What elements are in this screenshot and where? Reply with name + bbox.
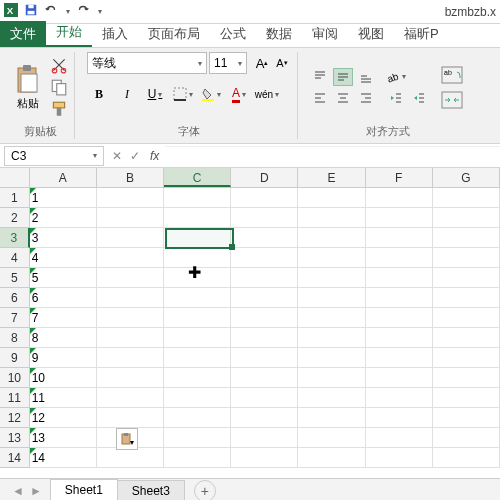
increase-indent-icon[interactable] <box>409 89 429 107</box>
orientation-icon[interactable]: ab▾ <box>386 68 406 86</box>
cell[interactable] <box>366 368 433 388</box>
tab-layout[interactable]: 页面布局 <box>138 21 210 47</box>
cell[interactable] <box>366 428 433 448</box>
cell[interactable] <box>366 248 433 268</box>
cell[interactable]: 4 <box>30 248 97 268</box>
align-bottom-icon[interactable] <box>356 68 376 86</box>
row-header[interactable]: 14 <box>0 448 30 468</box>
align-top-icon[interactable] <box>310 68 330 86</box>
row-header[interactable]: 10 <box>0 368 30 388</box>
cell[interactable] <box>433 348 500 368</box>
cell[interactable] <box>298 368 365 388</box>
grow-font-icon[interactable]: A▴ <box>253 54 271 72</box>
name-box[interactable]: C3▾ <box>4 146 104 166</box>
tab-view[interactable]: 视图 <box>348 21 394 47</box>
row-header[interactable]: 1 <box>0 188 30 208</box>
row-header[interactable]: 9 <box>0 348 30 368</box>
row-header[interactable]: 6 <box>0 288 30 308</box>
cell[interactable] <box>298 308 365 328</box>
cell[interactable] <box>97 408 164 428</box>
cell[interactable] <box>366 208 433 228</box>
tab-review[interactable]: 审阅 <box>302 21 348 47</box>
cell[interactable] <box>433 228 500 248</box>
formula-bar[interactable] <box>165 146 500 166</box>
bold-button[interactable]: B <box>87 84 111 104</box>
align-left-icon[interactable] <box>310 89 330 107</box>
col-header-f[interactable]: F <box>366 168 433 187</box>
shrink-font-icon[interactable]: A▾ <box>273 54 291 72</box>
tab-insert[interactable]: 插入 <box>92 21 138 47</box>
cell[interactable] <box>433 248 500 268</box>
cell[interactable] <box>366 328 433 348</box>
cell[interactable] <box>298 328 365 348</box>
cell[interactable] <box>433 328 500 348</box>
cell[interactable] <box>298 448 365 468</box>
cell[interactable]: 3 <box>30 228 97 248</box>
cell[interactable] <box>97 288 164 308</box>
cell[interactable] <box>298 188 365 208</box>
underline-button[interactable]: U▾ <box>143 84 167 104</box>
row-header[interactable]: 3 <box>0 228 30 248</box>
row-header[interactable]: 7 <box>0 308 30 328</box>
cell[interactable] <box>433 448 500 468</box>
cell[interactable] <box>433 288 500 308</box>
cell[interactable] <box>366 348 433 368</box>
cell[interactable]: 1 <box>30 188 97 208</box>
tab-home[interactable]: 开始 <box>46 19 92 47</box>
cell[interactable] <box>298 248 365 268</box>
cell[interactable] <box>298 388 365 408</box>
copy-icon[interactable] <box>50 78 68 96</box>
cell[interactable]: 11 <box>30 388 97 408</box>
cell[interactable] <box>366 448 433 468</box>
cell[interactable] <box>231 428 298 448</box>
cell[interactable] <box>231 408 298 428</box>
cell[interactable] <box>97 448 164 468</box>
cell[interactable] <box>366 388 433 408</box>
undo-dropdown[interactable]: ▾ <box>66 7 70 16</box>
cell[interactable] <box>433 388 500 408</box>
cell[interactable] <box>164 268 231 288</box>
cell[interactable] <box>298 408 365 428</box>
cell[interactable]: 13 <box>30 428 97 448</box>
cell[interactable] <box>366 228 433 248</box>
cell[interactable]: 10 <box>30 368 97 388</box>
cell[interactable]: 7 <box>30 308 97 328</box>
border-button[interactable]: ▾ <box>171 84 195 104</box>
cell[interactable] <box>97 308 164 328</box>
italic-button[interactable]: I <box>115 84 139 104</box>
cell[interactable] <box>366 188 433 208</box>
cell[interactable] <box>433 368 500 388</box>
cell[interactable] <box>298 348 365 368</box>
sheet-tab-3[interactable]: Sheet3 <box>117 480 185 500</box>
cell[interactable] <box>433 188 500 208</box>
cell[interactable] <box>164 308 231 328</box>
cell[interactable] <box>231 248 298 268</box>
cell[interactable] <box>231 388 298 408</box>
cell[interactable]: 8 <box>30 328 97 348</box>
font-color-button[interactable]: A▾ <box>227 84 251 104</box>
col-header-a[interactable]: A <box>30 168 97 187</box>
cell[interactable] <box>231 228 298 248</box>
cell[interactable]: 5 <box>30 268 97 288</box>
cell[interactable] <box>231 268 298 288</box>
decrease-indent-icon[interactable] <box>386 89 406 107</box>
cell[interactable] <box>164 228 231 248</box>
cell[interactable] <box>433 268 500 288</box>
spreadsheet-grid[interactable]: A B C D E F G 11223344556677889910101111… <box>0 168 500 478</box>
font-size-select[interactable]: 11▾ <box>209 52 247 74</box>
row-header[interactable]: 12 <box>0 408 30 428</box>
cell[interactable] <box>433 408 500 428</box>
cell[interactable] <box>433 428 500 448</box>
cell[interactable] <box>97 228 164 248</box>
cell[interactable] <box>366 268 433 288</box>
cell[interactable] <box>231 448 298 468</box>
cell[interactable] <box>231 368 298 388</box>
phonetic-button[interactable]: wén▾ <box>255 84 279 104</box>
cell[interactable] <box>231 188 298 208</box>
format-painter-icon[interactable] <box>50 100 68 118</box>
cell[interactable] <box>164 428 231 448</box>
merge-center-icon[interactable] <box>439 89 465 111</box>
col-header-d[interactable]: D <box>231 168 298 187</box>
redo-icon[interactable] <box>76 3 90 20</box>
wrap-text-icon[interactable]: ab <box>439 64 465 86</box>
